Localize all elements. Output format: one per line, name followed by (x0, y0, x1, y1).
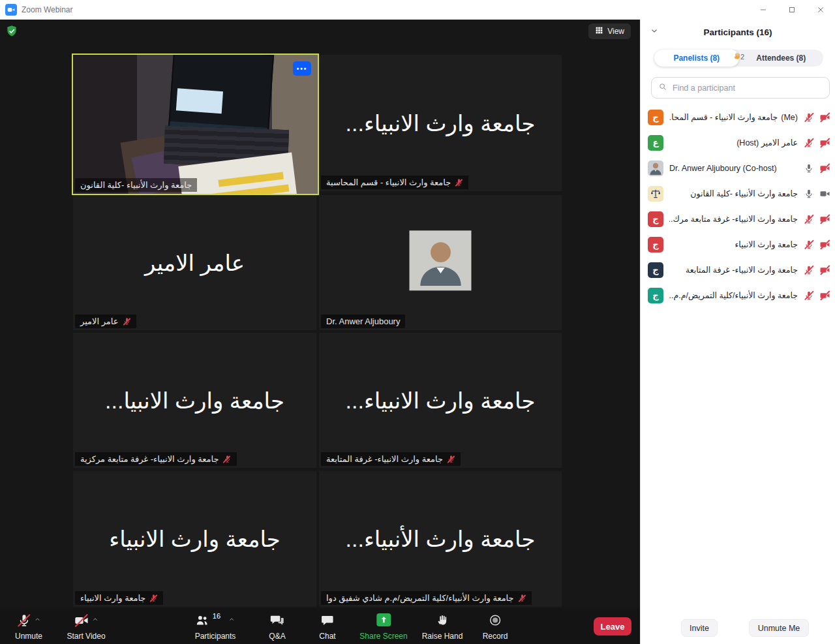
participant-row[interactable]: ج جامعة وارث الأنبياء/كلية التمريض/م.م..… (641, 283, 835, 308)
leave-button[interactable]: Leave (594, 617, 631, 636)
participant-row[interactable]: Dr. Anwer Aljuboury (Co-host) (641, 155, 835, 181)
maximize-button[interactable] (778, 0, 806, 20)
camera-status-icon (819, 163, 830, 174)
participant-name: عامر الامير (Host) (736, 138, 798, 147)
avatar-photo (648, 161, 663, 176)
participant-row[interactable]: ج جامعة وارث الانبياء- غرفة المتابعة (641, 257, 835, 283)
video-tile[interactable]: عامر الامير عامر الامير (73, 195, 316, 330)
audio-options-chevron-icon[interactable] (34, 616, 41, 625)
chat-icon (320, 613, 334, 627)
share-screen-icon (376, 613, 391, 626)
title-bar: Zoom Webinar (0, 0, 835, 20)
mic-status-icon (804, 112, 814, 123)
video-options-chevron-icon[interactable] (91, 616, 99, 625)
participants-panel-title: Participants (16) (703, 27, 772, 37)
video-tile[interactable]: Dr. Anwer Aljuboury (319, 195, 562, 330)
collapse-panel-chevron-icon[interactable] (650, 26, 659, 38)
camera-status-icon (819, 138, 830, 148)
avatar: ج (648, 110, 663, 125)
tile-display-name: جامعة وارث الانبياء (73, 471, 316, 607)
camera-status-icon (819, 214, 830, 224)
mic-status-icon (804, 163, 814, 174)
video-tile[interactable]: جامعة وارث الانبياء جامعة وارث الانبياء (73, 471, 316, 607)
camera-off-icon (74, 613, 89, 628)
start-video-label: Start Video (67, 632, 105, 641)
participant-name: جامعة وارث الانبياء - قسم المحا... (669, 112, 778, 122)
avatar: ج (648, 288, 663, 303)
panel-tabs: Panelists (8) 2 Attendees (8) (654, 50, 823, 67)
muted-mic-icon (447, 455, 455, 463)
participant-row[interactable]: ج جامعة وارث الانبياء (641, 232, 835, 257)
unmute-label: Unmute (15, 632, 42, 641)
tile-name-label: جامعة وارث الأنبياء/كلية التمريض/م.م شاد… (326, 593, 514, 603)
camera-status-icon (819, 290, 830, 301)
view-button-label: View (607, 27, 624, 36)
participant-row[interactable]: ج جامعة وارث الانبياء - قسم المحا...(Me) (641, 104, 835, 130)
participants-count-badge: 16 (213, 612, 220, 620)
video-tile[interactable]: جامعة وارث الانبياء... جامعة وارث الانبي… (319, 333, 562, 468)
participants-options-chevron-icon[interactable] (228, 616, 235, 625)
muted-mic-icon (455, 178, 463, 187)
share-screen-button[interactable]: Share Screen (359, 613, 407, 641)
participant-name: جامعة وارث الانبياء (735, 239, 798, 249)
start-video-button[interactable]: Start Video (67, 613, 105, 641)
avatar: ج (648, 211, 663, 227)
participants-icon (195, 613, 209, 628)
camera-status-icon (819, 239, 830, 250)
raise-hand-label: Raise Hand (422, 632, 463, 641)
video-tile[interactable]: جامعة وارث الأنبياء... جامعة وارث الأنبي… (319, 471, 562, 607)
window-title: Zoom Webinar (22, 5, 72, 14)
record-button[interactable]: Record (483, 613, 508, 641)
participants-button[interactable]: 16 Participants (195, 613, 236, 641)
tile-display-name: جامعة وارث الأنبياء... (319, 471, 562, 607)
qa-button[interactable]: Q&A (269, 613, 285, 641)
participant-row[interactable]: جامعة وارث الأنبياء -كلية القانون (641, 181, 835, 206)
participants-panel: Participants (16) Panelists (8) 2 Attend… (640, 20, 835, 644)
panel-footer: Invite Unmute Me (641, 619, 835, 637)
invite-button[interactable]: Invite (681, 619, 718, 637)
chat-label: Chat (319, 632, 335, 641)
avatar: ج (648, 237, 663, 253)
raise-hand-icon (435, 613, 449, 627)
muted-mic-icon (518, 594, 526, 602)
video-tile[interactable]: جامعة وارث الانبيا... جامعة وارث الانبيا… (73, 333, 316, 468)
raised-hands-badge: 2 (732, 52, 744, 61)
meeting-toolbar: Unmute Start Video 16 Participants (0, 608, 640, 644)
minimize-button[interactable] (749, 0, 778, 20)
camera-feed-laptop-desk (73, 55, 318, 194)
participant-name: جامعة وارث الانبياء- غرفة متابعة مرك... (669, 214, 798, 224)
view-button[interactable]: View (588, 23, 631, 39)
camera-status-icon (819, 112, 830, 123)
tile-name-label: جامعة وارث الانبياء- غرفة متابعة مركزية (80, 454, 219, 464)
video-tile[interactable]: ••• جامعة وارث الأنبياء -كلية القانون (72, 54, 319, 195)
tile-name-label: جامعة وارث الانبياء (80, 593, 145, 603)
participant-row[interactable]: ع عامر الامير (Host) (641, 130, 835, 155)
muted-mic-icon (149, 594, 158, 602)
chat-button[interactable]: Chat (319, 613, 335, 641)
raise-hand-button[interactable]: Raise Hand (422, 613, 463, 641)
video-grid-area: View ••• جامعة وارث الأنبياء -كلية القان… (0, 20, 640, 644)
participant-row[interactable]: ج جامعة وارث الانبياء- غرفة متابعة مرك..… (641, 206, 835, 232)
unmute-button[interactable]: Unmute (15, 613, 42, 641)
search-box (651, 77, 830, 99)
tile-name-label: جامعة وارث الانبياء - قسم المحاسبة (326, 177, 451, 187)
tab-attendees[interactable]: Attendees (8) (739, 50, 824, 67)
share-screen-label: Share Screen (359, 632, 407, 641)
participant-name: جامعة وارث الأنبياء/كلية التمريض/م.م... (669, 290, 798, 300)
mic-status-icon (804, 214, 814, 224)
zoom-webinar-window: Zoom Webinar View ••• جامعة وارث الأنبيا (0, 0, 835, 644)
tile-display-name: جامعة وارث الانبياء... (319, 333, 562, 468)
unmute-me-button[interactable]: Unmute Me (749, 619, 809, 637)
tab-panelists[interactable]: Panelists (8) (654, 50, 739, 67)
security-shield-icon[interactable] (5, 25, 18, 38)
more-options-icon[interactable]: ••• (293, 61, 311, 76)
tile-display-name: جامعة وارث الانبيا... (73, 333, 316, 468)
mic-status-icon (804, 265, 814, 275)
close-button[interactable] (806, 0, 835, 20)
mic-status-icon (804, 290, 814, 301)
qa-label: Q&A (269, 632, 285, 641)
avatar: ع (648, 135, 663, 151)
search-input[interactable] (671, 83, 823, 93)
zoom-logo-icon (5, 4, 17, 16)
video-tile[interactable]: جامعة وارث الانبياء... جامعة وارث الانبي… (319, 55, 562, 191)
